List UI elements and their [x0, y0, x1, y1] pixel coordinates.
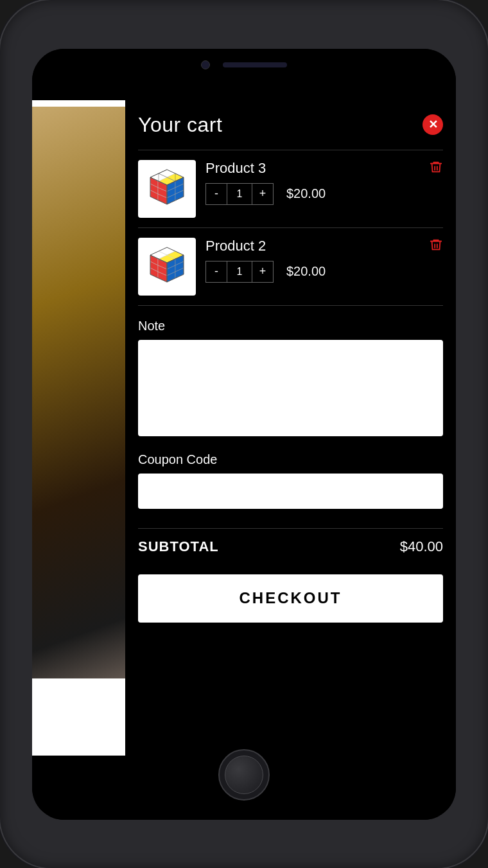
phone-notch [32, 49, 456, 100]
phone-screen: Your cart ✕ [32, 49, 456, 820]
product2-image [138, 238, 196, 296]
coupon-label: Coupon Code [138, 452, 443, 467]
rubiks-cube-svg-2 [144, 244, 190, 290]
bg-white-bottom [32, 678, 125, 756]
product3-image [138, 160, 196, 218]
product2-qty-row: - 1 + $20.00 [205, 261, 443, 283]
note-input[interactable] [138, 340, 443, 436]
subtotal-label: SUBTOTAL [138, 538, 219, 555]
speaker-icon [223, 62, 287, 67]
checkout-button[interactable]: CHECKOUT [138, 574, 443, 623]
phone-frame: Your cart ✕ [0, 0, 488, 868]
product2-qty-decrease[interactable]: - [205, 261, 227, 283]
product3-price: $20.00 [286, 186, 326, 201]
product3-qty-increase[interactable]: + [252, 183, 274, 205]
product3-name: Product 3 [205, 160, 443, 177]
product3-details: Product 3 - 1 + $20.00 [196, 160, 443, 205]
cart-item-product3: Product 3 - 1 + $20.00 [138, 160, 443, 228]
bg-white-top [32, 100, 125, 107]
background-panel [32, 100, 125, 756]
product3-qty-row: - 1 + $20.00 [205, 183, 443, 205]
note-label: Note [138, 319, 443, 333]
product2-name: Product 2 [205, 238, 443, 254]
cart-header: Your cart ✕ [138, 113, 443, 137]
cart-title: Your cart [138, 113, 222, 137]
subtotal-row: SUBTOTAL $40.00 [138, 528, 443, 565]
coupon-input[interactable] [138, 474, 443, 509]
product2-price: $20.00 [286, 264, 326, 279]
product3-delete-button[interactable] [429, 160, 443, 177]
product3-qty-value: 1 [227, 183, 252, 205]
product2-details: Product 2 - 1 + $20.00 [196, 238, 443, 283]
home-button-inner [225, 756, 263, 794]
home-button[interactable] [218, 749, 270, 801]
rubiks-cube-svg-1 [144, 166, 190, 212]
camera-icon [201, 60, 210, 69]
product2-delete-button[interactable] [429, 238, 443, 255]
cart-item-product2: Product 2 - 1 + $20.00 [138, 238, 443, 306]
subtotal-amount: $40.00 [400, 538, 443, 555]
close-button[interactable]: ✕ [423, 114, 443, 135]
divider-top [138, 150, 443, 150]
product3-qty-decrease[interactable]: - [205, 183, 227, 205]
product2-qty-value: 1 [227, 261, 252, 283]
product2-qty-increase[interactable]: + [252, 261, 274, 283]
cart-panel: Your cart ✕ [125, 100, 456, 756]
screen-content: Your cart ✕ [32, 100, 456, 756]
